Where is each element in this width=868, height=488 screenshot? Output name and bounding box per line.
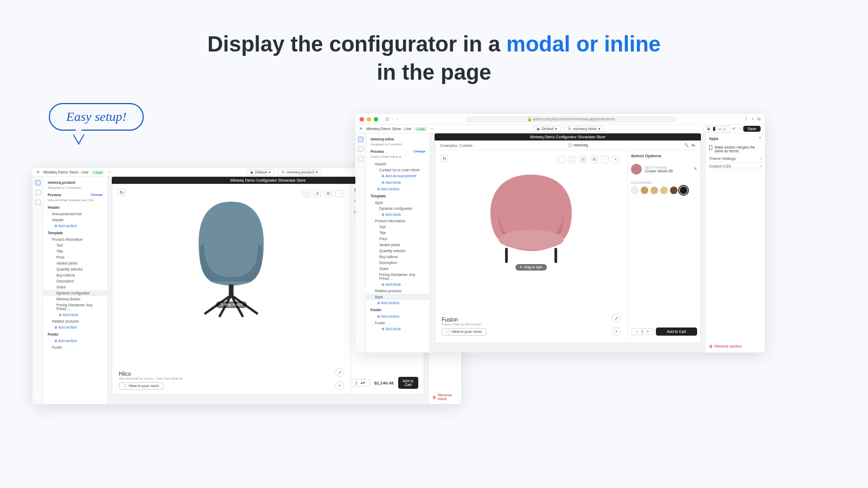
row-prodinfo[interactable]: Product information	[366, 218, 430, 224]
nav-back-icon[interactable]: ‹	[392, 117, 394, 121]
add-section-link-2[interactable]: ⊕ Add section	[43, 324, 107, 331]
qty-stepper[interactable]: 1▴▾	[350, 379, 370, 387]
sections-icon[interactable]	[35, 180, 41, 185]
maximize-icon[interactable]	[374, 117, 378, 121]
product-3d-viewer[interactable]: ↻ drag to spin	[435, 150, 627, 280]
swatch-4[interactable]	[660, 187, 668, 194]
expand-button[interactable]: ⤢	[335, 368, 344, 377]
sidebar-toggle-icon[interactable]: ▥	[385, 117, 390, 121]
row-buy[interactable]: Buy buttons	[366, 254, 430, 260]
swatch-3[interactable]	[650, 187, 658, 194]
add-section-link-2[interactable]: ⊕ Add section	[366, 300, 430, 306]
more-icon[interactable]: ⋯	[430, 127, 434, 131]
remove-block-link[interactable]: 🗑 Remove block	[432, 393, 461, 401]
add-to-cart-button[interactable]: Add to Cart	[656, 328, 697, 336]
row-buy[interactable]: Buy buttons	[43, 272, 107, 278]
view-in-room-button[interactable]: ⬚ View in your room	[442, 328, 487, 336]
sections-icon[interactable]	[358, 137, 363, 142]
swatch-1[interactable]	[631, 187, 639, 194]
add-block-link-4[interactable]: ⊕ Add block	[366, 326, 430, 332]
close-icon[interactable]	[360, 117, 364, 121]
apps-icon[interactable]	[35, 200, 41, 205]
swatch-5[interactable]	[670, 187, 678, 194]
expand-button[interactable]: ⤢	[612, 314, 621, 323]
brand-logo[interactable]: mimeeq	[573, 143, 588, 147]
seat-finish-option[interactable]: SEAT FINISHESCrown Velvet 09 ✎	[631, 162, 697, 177]
row-variant[interactable]: Variant picker	[43, 260, 107, 266]
more-icon[interactable]: ⋯	[107, 170, 111, 175]
row-apps[interactable]: Apps	[366, 200, 430, 206]
view-dropdown[interactable]: ↻ mimeeq-inline ▾	[564, 126, 604, 132]
qty-stepper[interactable]: −1+	[631, 328, 654, 335]
nav-contact[interactable]: Contact	[459, 144, 473, 147]
theme-settings-row[interactable]: Theme Settings›	[709, 155, 762, 163]
add-button[interactable]: +	[335, 381, 344, 390]
row-mimeeq-button[interactable]: Mimeeq Button	[43, 296, 107, 302]
view-dropdown[interactable]: ↻ mimeeq-product ▾	[278, 169, 322, 176]
remove-section-link[interactable]: 🗑 Remove section	[709, 344, 742, 348]
edit-icon[interactable]: ✎	[694, 167, 697, 171]
save-button[interactable]: Save	[743, 126, 761, 132]
row-variant[interactable]: Variant picker	[366, 242, 430, 248]
add-section-link-3[interactable]: ⊕ Add section	[366, 313, 430, 320]
row-footer[interactable]: Footer	[366, 320, 430, 326]
search-icon[interactable]: 🔍	[684, 143, 689, 147]
add-block-link[interactable]: ⊕ Add block	[366, 179, 430, 186]
row-header[interactable]: Header	[366, 161, 430, 167]
newtab-icon[interactable]: +	[751, 117, 754, 122]
add-section-link[interactable]: ⊕ Add section	[43, 223, 107, 229]
add-section-link-3[interactable]: ⊕ Add section	[43, 338, 107, 344]
margins-checkbox[interactable]	[709, 145, 712, 150]
row-price[interactable]: Price	[366, 236, 430, 242]
row-prodinfo[interactable]: Product information	[43, 236, 107, 242]
add-block-link-3[interactable]: ⊕ Add block	[366, 281, 430, 288]
row-title[interactable]: Title	[43, 248, 107, 254]
add-block-link[interactable]: ⊕ Add block	[43, 312, 107, 318]
add-announcement-link[interactable]: ⊕ Add Announcement	[366, 173, 430, 179]
nav-fwd-icon[interactable]: ›	[397, 117, 398, 121]
row-dynamic-configurator[interactable]: Dynamic configurator	[43, 290, 107, 296]
tabs-icon[interactable]: ⧉	[757, 117, 761, 122]
cart-icon[interactable]: 🛍	[691, 143, 695, 147]
chevron-icon[interactable]: ⌃	[758, 137, 762, 141]
add-section-link[interactable]: ⊕ Add section	[366, 186, 430, 192]
row-footer[interactable]: Footer	[43, 344, 107, 350]
change-link[interactable]: Change	[413, 150, 425, 153]
row-desc[interactable]: Description	[43, 278, 107, 284]
minimize-icon[interactable]	[367, 117, 371, 121]
change-link[interactable]: Change	[91, 193, 103, 197]
row-disclaimer[interactable]: Pricing Disclaimer: Any Prices ...	[43, 302, 107, 312]
add-block-link-2[interactable]: ⊕ Add block	[366, 211, 430, 218]
home-icon[interactable]: ⇱	[37, 170, 40, 175]
url-bar[interactable]: 🔒 admin.shopify.com/store/mimeeq-appstor…	[465, 116, 676, 123]
row-contact[interactable]: Contact Us to Learn More	[366, 167, 430, 173]
settings-icon[interactable]	[358, 146, 363, 152]
row-dynamic[interactable]: Dynamic configurator	[366, 206, 430, 211]
row-qty[interactable]: Quantity selector	[43, 266, 107, 272]
device-toggle[interactable]: 🖥 📱 ▭ ▭	[703, 126, 730, 132]
template-dropdown[interactable]: ◉ Default ▾	[533, 126, 561, 132]
row-announcement[interactable]: Announcement bar	[43, 211, 107, 217]
template-dropdown[interactable]: ◉ Default ▾	[246, 169, 275, 176]
settings-icon[interactable]	[35, 190, 41, 195]
add-button[interactable]: +	[612, 327, 621, 336]
row-share[interactable]: Share	[366, 266, 430, 272]
share-icon[interactable]: ⇪	[744, 117, 748, 122]
apps-icon[interactable]	[358, 156, 363, 162]
nav-examples[interactable]: Examples	[441, 144, 457, 147]
undo-icon[interactable]: ↶	[732, 127, 736, 131]
row-title[interactable]: Title	[366, 230, 430, 236]
swatch-2[interactable]	[641, 187, 648, 194]
add-to-cart-button[interactable]: Add to Cart	[398, 377, 419, 389]
row-disclaimer[interactable]: Pricing Disclaimer: Any Prices ...	[366, 272, 430, 281]
row-text[interactable]: Text	[43, 242, 107, 248]
row-share[interactable]: Share	[43, 284, 107, 290]
custom-css-row[interactable]: Custom CSS›	[709, 163, 762, 170]
view-in-room-button[interactable]: ⬚ View in your room	[119, 382, 164, 390]
row-price[interactable]: Price	[43, 254, 107, 260]
home-icon[interactable]: ⇱	[360, 127, 363, 131]
row-desc[interactable]: Description	[366, 260, 430, 266]
row-related[interactable]: Related products	[43, 318, 107, 324]
row-qty[interactable]: Quantity selector	[366, 248, 430, 254]
row-related[interactable]: Related products	[366, 288, 430, 294]
